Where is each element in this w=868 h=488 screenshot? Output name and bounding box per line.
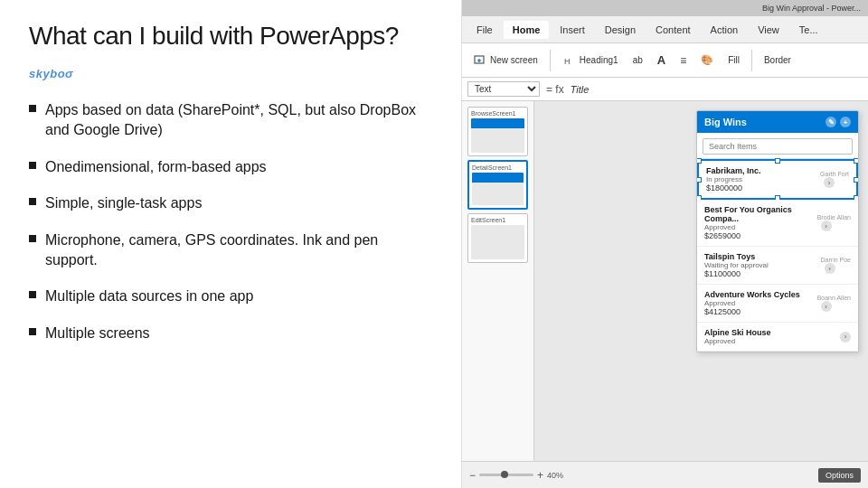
skybox-logo: skyboσ (29, 67, 432, 80)
list-item-4-arrow[interactable]: › (840, 332, 851, 343)
svg-text:H: H (564, 57, 571, 66)
formula-equals-sign: = fx (543, 83, 567, 96)
list-item-3-arrow[interactable]: › (821, 301, 832, 312)
heading-button[interactable]: H Heading1 (557, 51, 624, 70)
screens-panel: BrowseScreen1 DetailScreen1 EditScreen1 (462, 101, 534, 461)
heading-icon: H (562, 53, 577, 68)
tab-file[interactable]: File (467, 21, 502, 39)
canvas-area: Big Wins ✎ + Fabrikam, Inc. In progress … (534, 101, 868, 461)
new-screen-label: New screen (490, 55, 538, 65)
search-input[interactable] (703, 138, 853, 155)
border-button[interactable]: Border (759, 52, 797, 68)
bullet-text-2: Onedimensional, form-based apps (45, 157, 267, 177)
tab-design[interactable]: Design (596, 21, 645, 39)
formula-bar: Text = fx Title (462, 78, 868, 101)
bullet-square-4 (29, 235, 36, 242)
list-item-0-arrow[interactable]: › (824, 177, 835, 188)
new-screen-icon (473, 53, 487, 68)
app-titlebar: Big Win Approval - Power... (462, 0, 868, 16)
screen-thumb-3[interactable]: EditScreen1 (467, 213, 528, 263)
bullet-item-3: Simple, single-task apps (29, 193, 432, 213)
bullet-item-1: Apps based on data (SharePoint*, SQL, bu… (29, 100, 432, 141)
list-item-0[interactable]: Fabrikam, Inc. In progress $1800000 Gart… (697, 159, 858, 200)
bullet-text-4: Microphone, camera, GPS coordinates. Ink… (45, 230, 432, 271)
header-icon-add[interactable]: + (840, 117, 851, 127)
list-item-2-right: Darrin Poe › (821, 257, 851, 274)
list-item-1-company: Best For You Organics Compa... (704, 205, 817, 223)
tab-home[interactable]: Home (504, 21, 550, 39)
left-panel: What can I build with Power​Apps? skyboσ… (0, 0, 461, 488)
handle-tr[interactable] (854, 158, 859, 164)
list-item-3-person: Boann Allen (817, 295, 851, 301)
app-header-icons: ✎ + (826, 117, 851, 127)
list-item-4-right: › (836, 332, 851, 343)
font-button[interactable]: A (652, 51, 671, 70)
screen-thumb-2[interactable]: DetailScreen1 (467, 160, 528, 210)
screen-label-1: BrowseScreen1 (471, 110, 524, 117)
list-item-3-status: Approved (704, 299, 817, 307)
bullet-list: Apps based on data (SharePoint*, SQL, bu… (29, 100, 432, 343)
list-item-0-company: Fabrikam, Inc. (706, 166, 820, 175)
handle-ml[interactable] (696, 177, 702, 183)
list-item-2-person: Darrin Poe (821, 257, 851, 263)
align-button[interactable]: ≡ (675, 52, 692, 70)
tab-action[interactable]: Action (702, 21, 748, 39)
bullet-square-5 (29, 291, 36, 298)
list-item-3[interactable]: Adventure Works Cycles Approved $4125000… (697, 285, 858, 323)
list-item-4[interactable]: Alpine Ski House Approved › (697, 323, 858, 352)
text-button[interactable]: ab (627, 52, 648, 68)
list-item-2-content: Tailspin Toys Waiting for approval $1100… (704, 252, 821, 278)
bullet-item-5: Multiple data sources in one app (29, 286, 432, 306)
align-icon: ≡ (680, 54, 686, 67)
list-item-2[interactable]: Tailspin Toys Waiting for approval $1100… (697, 247, 858, 285)
border-label: Border (764, 55, 791, 65)
list-item-1-content: Best For You Organics Compa... Approved … (704, 205, 817, 240)
zoom-slider[interactable] (479, 474, 533, 476)
screen-inner-1 (471, 118, 524, 153)
tab-te[interactable]: Te... (790, 21, 827, 39)
zoom-slider-thumb (501, 471, 508, 478)
zoom-minus[interactable]: − (469, 469, 476, 482)
bullet-square-6 (29, 328, 36, 335)
tab-content[interactable]: Content (646, 21, 700, 39)
bullet-item-4: Microphone, camera, GPS coordinates. Ink… (29, 230, 432, 271)
list-item-1[interactable]: Best For You Organics Compa... Approved … (697, 200, 858, 247)
fill-label: Fill (728, 55, 740, 65)
new-screen-button[interactable]: New screen (467, 51, 543, 70)
handle-tm[interactable] (775, 158, 780, 164)
titlebar-text: Big Win Approval - Power... (762, 4, 861, 13)
ribbon-toolbar: New screen H Heading1 ab A ≡ 🎨 Fill (462, 43, 868, 78)
formula-dropdown[interactable]: Text (467, 81, 540, 97)
fill-button[interactable]: Fill (722, 52, 745, 68)
header-icon-edit[interactable]: ✎ (826, 117, 836, 127)
list-item-4-status: Approved (704, 337, 836, 345)
zoom-level: 40% (547, 471, 563, 480)
zoom-controls: − + 40% (469, 469, 563, 482)
list-item-1-arrow[interactable]: › (821, 221, 832, 231)
bullet-text-3: Simple, single-task apps (45, 193, 202, 213)
list-item-1-person: Brodie Allan (817, 214, 851, 221)
formula-input[interactable]: Title (571, 84, 863, 95)
tab-insert[interactable]: Insert (551, 21, 594, 39)
bullet-square-2 (29, 162, 36, 169)
skybox-logo-text: skyboσ (29, 67, 73, 80)
bottom-bar: − + 40% Options (462, 461, 868, 488)
zoom-plus[interactable]: + (537, 469, 543, 482)
screen-label-3: EditScreen1 (471, 217, 524, 223)
screen-thumb-1[interactable]: BrowseScreen1 (467, 107, 528, 156)
bullet-item-2: Onedimensional, form-based apps (29, 157, 432, 177)
app-content: BrowseScreen1 DetailScreen1 EditScreen1 … (462, 101, 868, 461)
list-item-0-amount: $1800000 (706, 183, 820, 192)
bullet-item-6: Multiple screens (29, 324, 432, 343)
handle-mr[interactable] (854, 177, 859, 183)
list-item-0-right: Garth Fort › (820, 171, 849, 188)
screen-inner-2 (472, 173, 524, 205)
list-item-2-arrow[interactable]: › (825, 263, 835, 274)
handle-tl[interactable] (696, 158, 702, 164)
bullet-text-5: Multiple data sources in one app (45, 286, 253, 306)
options-button[interactable]: Options (818, 468, 861, 483)
app-preview-header: Big Wins ✎ + (697, 111, 858, 133)
color-button[interactable]: 🎨 (695, 52, 719, 69)
tab-view[interactable]: View (749, 21, 788, 39)
ribbon-divider-1 (550, 50, 551, 71)
